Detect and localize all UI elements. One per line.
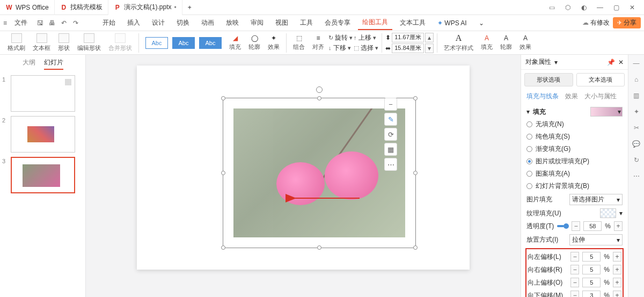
tab-presentation[interactable]: P 演示文稿(1).pptx • <box>108 0 182 15</box>
rotate-dd[interactable]: ↻ 旋转 ▾ <box>328 33 353 42</box>
zoom-out-button[interactable]: − <box>384 98 397 111</box>
chevron-down-icon[interactable]: ⌄ <box>474 17 488 29</box>
moveup-dd[interactable]: ↑ 上移 ▾ <box>354 33 378 42</box>
plus-button[interactable]: + <box>614 221 623 231</box>
new-tab-button[interactable]: + <box>182 0 197 15</box>
close-button[interactable]: ✕ <box>625 1 640 14</box>
undo-icon[interactable]: ↶ <box>58 17 69 30</box>
width-input[interactable] <box>392 33 424 42</box>
save-icon[interactable]: 🖫 <box>35 17 46 30</box>
fill-opt-slidebg[interactable]: 幻灯片背景填充(B) <box>526 180 623 192</box>
tab-wps-office[interactable]: W WPS Office <box>0 0 55 15</box>
wordart-style[interactable]: A艺术字样式 <box>441 33 477 52</box>
shape-image[interactable] <box>233 108 405 237</box>
style-abc-1[interactable]: Abc <box>145 37 168 49</box>
plus-button[interactable]: + <box>613 278 621 287</box>
refresh-button[interactable]: ⟳ <box>384 128 397 141</box>
app-cube-icon[interactable]: ⬡ <box>560 1 575 14</box>
cloud-status[interactable]: ☁ 有修改 <box>582 18 610 27</box>
slide-thumb-1[interactable] <box>11 75 75 112</box>
transparency-input[interactable] <box>583 221 602 231</box>
text-options-tab[interactable]: 文本选项 <box>576 73 625 86</box>
pic-fill-select[interactable]: 请选择图片▾ <box>569 194 623 205</box>
app-menu-icon[interactable]: ▭ <box>544 1 559 14</box>
minimize-button[interactable]: — <box>592 1 608 14</box>
effects-tab[interactable]: 效果 <box>565 92 578 101</box>
effects-dd[interactable]: ✦效果 <box>265 34 283 51</box>
shape-options-tab[interactable]: 形状选项 <box>524 73 573 86</box>
style-abc-2[interactable]: Abc <box>172 37 195 49</box>
dim-stepper[interactable]: ▴ <box>425 33 434 42</box>
fill-preview[interactable]: ▾ <box>590 107 623 117</box>
fill-opt-gradient[interactable]: 渐变填充(G) <box>526 143 623 155</box>
menu-slideshow[interactable]: 放映 <box>222 16 243 30</box>
minus-button[interactable]: − <box>570 265 579 274</box>
text-outline-dd[interactable]: A轮廓 <box>497 34 515 51</box>
chevron-down-icon[interactable]: ▾ <box>619 209 623 217</box>
share-button[interactable]: ✈ 分享 <box>613 17 641 28</box>
history-icon[interactable]: ↻ <box>632 156 641 164</box>
select-dd[interactable]: ⬚ 选择 ▾ <box>354 44 378 53</box>
menu-tools[interactable]: 工具 <box>296 16 317 30</box>
sparkle-icon[interactable]: ✦ <box>632 107 641 116</box>
gear-icon[interactable]: ✂ <box>632 124 641 132</box>
fill-dd[interactable]: ◢填充 <box>226 34 244 51</box>
group-dd[interactable]: ⬚组合 <box>290 34 308 51</box>
align-dd[interactable]: ≡对齐 <box>309 34 327 51</box>
minus-button[interactable]: − <box>572 221 580 231</box>
close-panel-icon[interactable]: ✕ <box>618 59 624 66</box>
text-effects-dd[interactable]: A效果 <box>516 34 535 51</box>
wps-ai-button[interactable]: ✦ WPS AI <box>433 19 471 27</box>
grid-button[interactable]: ▦ <box>384 143 397 156</box>
menu-insert[interactable]: 插入 <box>123 16 144 30</box>
fill-opt-solid[interactable]: 纯色填充(S) <box>526 131 623 143</box>
menu-icon[interactable]: ≡ <box>3 19 7 27</box>
plus-button[interactable]: + <box>613 291 621 297</box>
home-icon[interactable]: ⌂ <box>632 75 641 84</box>
minimize-dock-icon[interactable]: — <box>632 59 641 68</box>
fill-opt-picture[interactable]: 图片或纹理填充(P) <box>526 155 623 168</box>
height-input[interactable] <box>392 44 424 53</box>
menu-start[interactable]: 开始 <box>98 16 120 30</box>
outline-tab[interactable]: 大纲 <box>23 58 35 70</box>
resize-handle[interactable] <box>413 245 418 250</box>
menu-file[interactable]: 文件 <box>10 16 32 30</box>
text-fill-dd[interactable]: A填充 <box>478 34 496 51</box>
transparency-slider[interactable] <box>557 225 568 227</box>
textbox-group[interactable]: 文本框 <box>30 33 54 52</box>
menu-drawing-tools[interactable]: 绘图工具 <box>358 16 392 30</box>
merge-shape-group[interactable]: 合并形状 <box>105 33 135 52</box>
tab-templates[interactable]: D 找稿壳模板 <box>55 0 108 15</box>
menu-design[interactable]: 设计 <box>148 16 169 30</box>
size-props-tab[interactable]: 大小与属性 <box>584 92 617 101</box>
shapes-group[interactable]: 形状 <box>55 33 73 52</box>
menu-text-tools[interactable]: 文本工具 <box>396 16 430 30</box>
plus-button[interactable]: + <box>613 265 621 274</box>
offset-left-input[interactable] <box>582 252 601 262</box>
offset-top-input[interactable] <box>582 278 601 287</box>
texture-select[interactable] <box>600 208 616 218</box>
plus-button[interactable]: + <box>613 252 621 262</box>
print-icon[interactable]: 🖶 <box>47 17 57 30</box>
resize-handle[interactable] <box>413 171 418 175</box>
resize-handle[interactable] <box>413 96 418 100</box>
movedown-dd[interactable]: ↓ 下移 ▾ <box>328 44 353 53</box>
slides-tab[interactable]: 幻灯片 <box>44 58 63 70</box>
slide-thumb-2[interactable] <box>11 116 75 153</box>
fill-line-tab[interactable]: 填充与线条 <box>526 92 559 101</box>
resize-handle[interactable] <box>221 171 225 175</box>
menu-member[interactable]: 会员专享 <box>320 16 355 30</box>
resize-handle[interactable] <box>317 245 321 250</box>
comment-icon[interactable]: 💬 <box>632 140 641 148</box>
minus-button[interactable]: − <box>570 291 579 297</box>
resize-handle[interactable] <box>221 245 225 250</box>
slide-canvas[interactable] <box>137 66 470 270</box>
edit-button[interactable]: ✎ <box>384 113 397 126</box>
menu-review[interactable]: 审阅 <box>246 16 268 30</box>
outline-dd[interactable]: ◯轮廓 <box>245 34 264 51</box>
layers-icon[interactable]: ▥ <box>632 91 641 100</box>
fill-opt-pattern[interactable]: 图案填充(A) <box>526 168 623 180</box>
offset-right-input[interactable] <box>582 265 601 274</box>
more-button[interactable]: ⋯ <box>384 158 397 171</box>
fill-section-header[interactable]: ▾填充▾ <box>526 105 623 118</box>
